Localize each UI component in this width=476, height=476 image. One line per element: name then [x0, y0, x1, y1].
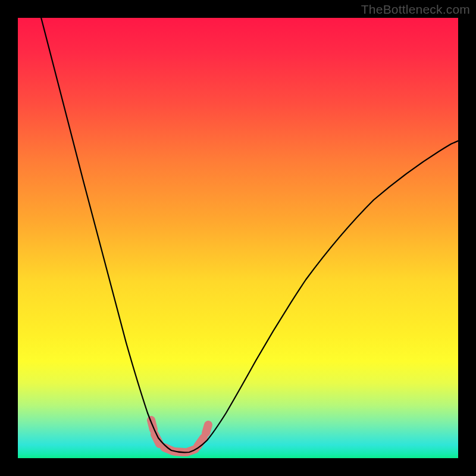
curve-layer: [18, 18, 458, 458]
bottleneck-curve: [38, 18, 458, 452]
marker-dot: [206, 425, 208, 433]
chart-frame: TheBottleneck.com: [0, 0, 476, 476]
plot-area: [18, 18, 458, 458]
watermark-text: TheBottleneck.com: [361, 2, 470, 17]
